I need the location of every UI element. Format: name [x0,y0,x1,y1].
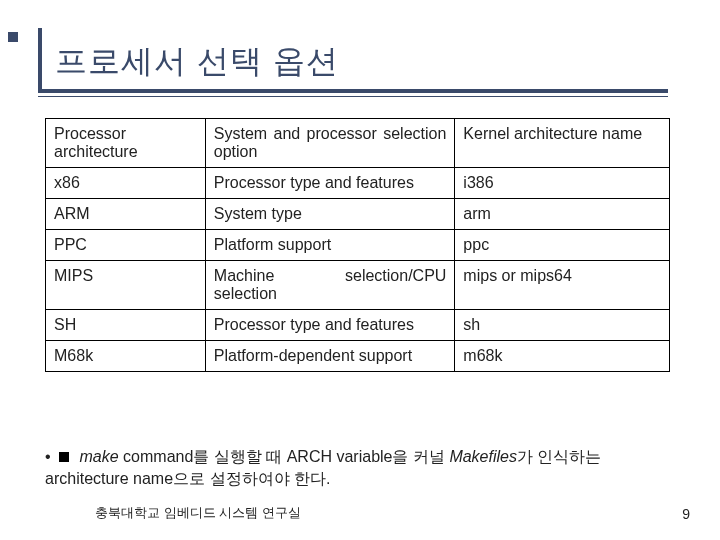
cell-arch: x86 [46,168,206,199]
cell-option: System type [205,199,455,230]
slide-bullet-marker [8,32,18,42]
cell-arch: MIPS [46,261,206,310]
cell-kernel: sh [455,310,670,341]
slide-title: 프로세서 선택 옵션 [55,43,339,79]
table-row: SH Processor type and features sh [46,310,670,341]
bullet-dot-icon: • [45,446,51,468]
cell-kernel: m68k [455,341,670,372]
header-processor-architecture: Processor architecture [46,119,206,168]
table-row: M68k Platform-dependent support m68k [46,341,670,372]
cell-kernel: arm [455,199,670,230]
cell-kernel: mips or mips64 [455,261,670,310]
table-row: MIPS Machine selection/CPU selection mip… [46,261,670,310]
table-row: ARM System type arm [46,199,670,230]
bullet-square-icon [59,452,69,462]
cell-option: Platform-dependent support [205,341,455,372]
slide-title-wrap: 프로세서 선택 옵션 [55,40,339,84]
table-row: PPC Platform support ppc [46,230,670,261]
note-mid1: command를 실행할 때 ARCH variable을 커널 [119,448,450,465]
cell-option: Processor type and features [205,310,455,341]
title-underline-thick [38,89,668,93]
note-text: • make command를 실행할 때 ARCH variable을 커널 … [45,446,670,491]
cell-kernel: ppc [455,230,670,261]
cell-option: Processor type and features [205,168,455,199]
cell-option: Machine selection/CPU selection [205,261,455,310]
processor-table-wrap: Processor architecture System and proces… [45,118,670,372]
table-header-row: Processor architecture System and proces… [46,119,670,168]
table-row: x86 Processor type and features i386 [46,168,670,199]
cell-option: Platform support [205,230,455,261]
title-vertical-rule [38,28,42,93]
cell-arch: SH [46,310,206,341]
header-kernel-name: Kernel architecture name [455,119,670,168]
cell-arch: ARM [46,199,206,230]
processor-table: Processor architecture System and proces… [45,118,670,372]
note-italic-makefiles: Makefiles [449,448,517,465]
header-selection-option: System and processor selection option [205,119,455,168]
cell-arch: M68k [46,341,206,372]
title-underline-thin [38,96,668,97]
footer-affiliation: 충북대학교 임베디드 시스템 연구실 [95,504,301,522]
cell-arch: PPC [46,230,206,261]
cell-kernel: i386 [455,168,670,199]
note-italic-make: make [80,448,119,465]
page-number: 9 [682,506,690,522]
